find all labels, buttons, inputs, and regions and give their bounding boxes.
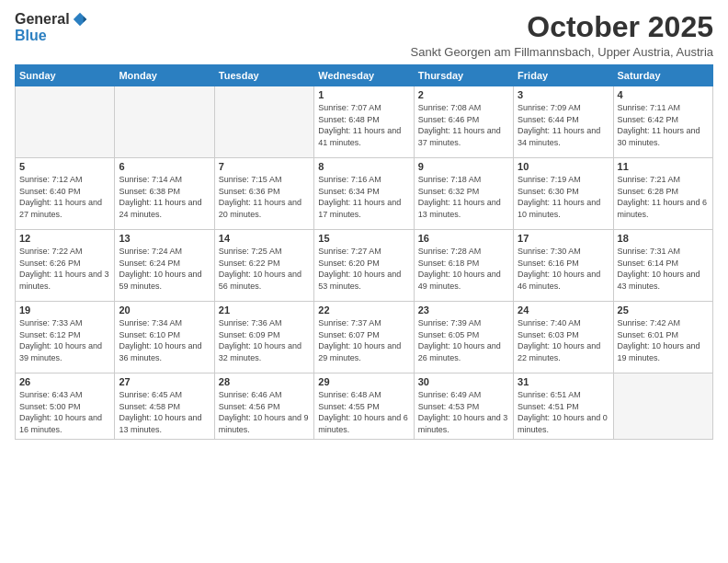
header-tuesday: Tuesday (214, 65, 313, 86)
day-info: Sunrise: 7:37 AM Sunset: 6:07 PM Dayligh… (318, 317, 409, 363)
subtitle: Sankt Georgen am Fillmannsbach, Upper Au… (411, 45, 714, 59)
day-number: 11 (618, 161, 709, 172)
calendar-cell (115, 86, 214, 158)
day-info: Sunrise: 7:16 AM Sunset: 6:34 PM Dayligh… (318, 174, 409, 220)
calendar-cell: 18Sunrise: 7:31 AM Sunset: 6:14 PM Dayli… (613, 230, 712, 302)
day-number: 14 (219, 233, 310, 244)
calendar-cell: 23Sunrise: 7:39 AM Sunset: 6:05 PM Dayli… (414, 302, 513, 373)
day-number: 25 (618, 304, 709, 316)
day-info: Sunrise: 7:22 AM Sunset: 6:26 PM Dayligh… (19, 246, 110, 292)
day-number: 21 (219, 304, 310, 316)
title-section: October 2025 Sankt Georgen am Fillmannsb… (411, 11, 714, 59)
day-info: Sunrise: 7:15 AM Sunset: 6:36 PM Dayligh… (219, 174, 310, 220)
day-number: 4 (618, 89, 709, 100)
day-info: Sunrise: 7:11 AM Sunset: 6:42 PM Dayligh… (618, 102, 709, 148)
day-info: Sunrise: 6:49 AM Sunset: 4:53 PM Dayligh… (418, 389, 509, 435)
day-info: Sunrise: 7:39 AM Sunset: 6:05 PM Dayligh… (418, 317, 509, 363)
day-info: Sunrise: 7:31 AM Sunset: 6:14 PM Dayligh… (618, 246, 709, 292)
calendar-cell: 4Sunrise: 7:11 AM Sunset: 6:42 PM Daylig… (613, 86, 712, 158)
header: General Blue October 2025 Sankt Georgen … (15, 11, 713, 59)
week-row-0: 1Sunrise: 7:07 AM Sunset: 6:48 PM Daylig… (16, 86, 713, 158)
calendar-cell: 20Sunrise: 7:34 AM Sunset: 6:10 PM Dayli… (115, 302, 214, 373)
calendar-cell: 1Sunrise: 7:07 AM Sunset: 6:48 PM Daylig… (314, 86, 414, 158)
calendar-cell: 30Sunrise: 6:49 AM Sunset: 4:53 PM Dayli… (414, 373, 513, 439)
calendar-cell: 9Sunrise: 7:18 AM Sunset: 6:32 PM Daylig… (414, 158, 513, 230)
day-number: 8 (318, 161, 409, 172)
logo-icon (72, 11, 88, 28)
calendar-cell: 31Sunrise: 6:51 AM Sunset: 4:51 PM Dayli… (514, 373, 613, 439)
day-info: Sunrise: 6:48 AM Sunset: 4:55 PM Dayligh… (318, 389, 409, 435)
calendar-cell: 21Sunrise: 7:36 AM Sunset: 6:09 PM Dayli… (214, 302, 313, 373)
day-info: Sunrise: 7:09 AM Sunset: 6:44 PM Dayligh… (518, 102, 609, 148)
calendar-cell: 8Sunrise: 7:16 AM Sunset: 6:34 PM Daylig… (314, 158, 414, 230)
day-number: 7 (219, 161, 310, 172)
calendar-cell: 16Sunrise: 7:28 AM Sunset: 6:18 PM Dayli… (414, 230, 513, 302)
day-info: Sunrise: 7:33 AM Sunset: 6:12 PM Dayligh… (19, 317, 110, 363)
calendar-cell: 7Sunrise: 7:15 AM Sunset: 6:36 PM Daylig… (214, 158, 313, 230)
day-number: 12 (19, 233, 110, 244)
day-info: Sunrise: 7:34 AM Sunset: 6:10 PM Dayligh… (119, 317, 210, 363)
page: General Blue October 2025 Sankt Georgen … (0, 0, 728, 563)
day-number: 17 (518, 233, 609, 244)
day-number: 16 (418, 233, 509, 244)
calendar-cell: 6Sunrise: 7:14 AM Sunset: 6:38 PM Daylig… (115, 158, 214, 230)
day-info: Sunrise: 7:21 AM Sunset: 6:28 PM Dayligh… (618, 174, 709, 220)
day-number: 23 (418, 304, 509, 316)
calendar-cell: 29Sunrise: 6:48 AM Sunset: 4:55 PM Dayli… (314, 373, 414, 439)
day-info: Sunrise: 7:40 AM Sunset: 6:03 PM Dayligh… (518, 317, 609, 363)
calendar-cell: 10Sunrise: 7:19 AM Sunset: 6:30 PM Dayli… (514, 158, 613, 230)
day-info: Sunrise: 7:18 AM Sunset: 6:32 PM Dayligh… (418, 174, 509, 220)
day-info: Sunrise: 7:07 AM Sunset: 6:48 PM Dayligh… (318, 102, 409, 148)
calendar-cell: 14Sunrise: 7:25 AM Sunset: 6:22 PM Dayli… (214, 230, 313, 302)
day-info: Sunrise: 7:08 AM Sunset: 6:46 PM Dayligh… (418, 102, 509, 148)
day-number: 28 (219, 376, 310, 387)
day-info: Sunrise: 7:25 AM Sunset: 6:22 PM Dayligh… (219, 246, 310, 292)
day-info: Sunrise: 7:27 AM Sunset: 6:20 PM Dayligh… (318, 246, 409, 292)
month-title: October 2025 (411, 11, 714, 43)
calendar-cell: 11Sunrise: 7:21 AM Sunset: 6:28 PM Dayli… (613, 158, 712, 230)
logo-general: General (15, 11, 70, 28)
header-wednesday: Wednesday (314, 65, 414, 86)
calendar-cell: 5Sunrise: 7:12 AM Sunset: 6:40 PM Daylig… (16, 158, 115, 230)
day-number: 22 (318, 304, 409, 316)
day-number: 3 (518, 89, 609, 100)
day-number: 20 (119, 304, 210, 316)
calendar-cell: 28Sunrise: 6:46 AM Sunset: 4:56 PM Dayli… (214, 373, 313, 439)
calendar-cell: 27Sunrise: 6:45 AM Sunset: 4:58 PM Dayli… (115, 373, 214, 439)
day-info: Sunrise: 7:28 AM Sunset: 6:18 PM Dayligh… (418, 246, 509, 292)
day-number: 30 (418, 376, 509, 387)
calendar-cell: 22Sunrise: 7:37 AM Sunset: 6:07 PM Dayli… (314, 302, 414, 373)
day-info: Sunrise: 7:19 AM Sunset: 6:30 PM Dayligh… (518, 174, 609, 220)
calendar-cell: 24Sunrise: 7:40 AM Sunset: 6:03 PM Dayli… (514, 302, 613, 373)
week-row-2: 12Sunrise: 7:22 AM Sunset: 6:26 PM Dayli… (16, 230, 713, 302)
day-info: Sunrise: 7:14 AM Sunset: 6:38 PM Dayligh… (119, 174, 210, 220)
calendar: Sunday Monday Tuesday Wednesday Thursday… (15, 64, 713, 439)
day-info: Sunrise: 7:42 AM Sunset: 6:01 PM Dayligh… (618, 317, 709, 363)
day-info: Sunrise: 6:43 AM Sunset: 5:00 PM Dayligh… (19, 389, 110, 435)
day-info: Sunrise: 7:36 AM Sunset: 6:09 PM Dayligh… (219, 317, 310, 363)
day-number: 31 (518, 376, 609, 387)
header-saturday: Saturday (613, 65, 712, 86)
header-thursday: Thursday (414, 65, 513, 86)
logo: General Blue (15, 11, 88, 44)
day-number: 19 (19, 304, 110, 316)
calendar-cell (214, 86, 313, 158)
calendar-cell: 19Sunrise: 7:33 AM Sunset: 6:12 PM Dayli… (16, 302, 115, 373)
day-number: 9 (418, 161, 509, 172)
header-monday: Monday (115, 65, 214, 86)
day-number: 1 (318, 89, 409, 100)
calendar-cell: 17Sunrise: 7:30 AM Sunset: 6:16 PM Dayli… (514, 230, 613, 302)
calendar-cell: 3Sunrise: 7:09 AM Sunset: 6:44 PM Daylig… (514, 86, 613, 158)
week-row-1: 5Sunrise: 7:12 AM Sunset: 6:40 PM Daylig… (16, 158, 713, 230)
day-info: Sunrise: 7:30 AM Sunset: 6:16 PM Dayligh… (518, 246, 609, 292)
header-friday: Friday (514, 65, 613, 86)
calendar-cell: 13Sunrise: 7:24 AM Sunset: 6:24 PM Dayli… (115, 230, 214, 302)
week-row-4: 26Sunrise: 6:43 AM Sunset: 5:00 PM Dayli… (16, 373, 713, 439)
weekday-header-row: Sunday Monday Tuesday Wednesday Thursday… (16, 65, 713, 86)
week-row-3: 19Sunrise: 7:33 AM Sunset: 6:12 PM Dayli… (16, 302, 713, 373)
day-info: Sunrise: 6:45 AM Sunset: 4:58 PM Dayligh… (119, 389, 210, 435)
day-info: Sunrise: 6:46 AM Sunset: 4:56 PM Dayligh… (219, 389, 310, 435)
day-number: 10 (518, 161, 609, 172)
calendar-cell: 2Sunrise: 7:08 AM Sunset: 6:46 PM Daylig… (414, 86, 513, 158)
day-number: 15 (318, 233, 409, 244)
